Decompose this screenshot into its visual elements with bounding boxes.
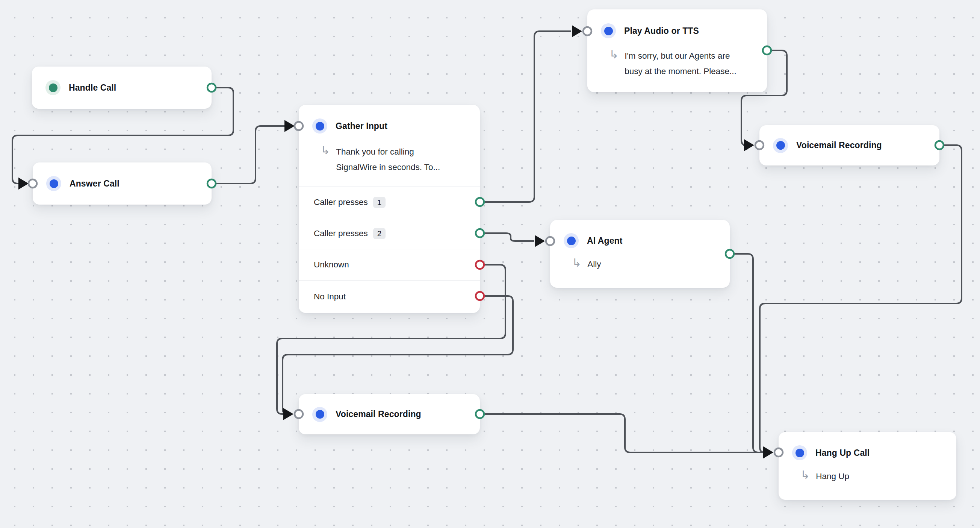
- node-title: Gather Input: [336, 121, 387, 131]
- branch-arrow-icon: ↳: [321, 145, 330, 156]
- hang-up-icon: [792, 445, 807, 460]
- node-title: Voicemail Recording: [796, 140, 882, 150]
- answer-call-icon: [46, 176, 61, 191]
- node-title: Hang Up Call: [815, 448, 870, 458]
- node-title: Play Audio or TTS: [624, 26, 699, 36]
- node-subtitle: Hang Up: [816, 469, 849, 484]
- edge-voicemailright-to-hangup: [760, 145, 962, 452]
- play-audio-icon: [601, 23, 616, 38]
- edge-press1-to-playaudio: [480, 31, 571, 202]
- node-answer-call[interactable]: Answer Call: [33, 163, 212, 204]
- output-row-caller-presses-2[interactable]: Caller presses 2: [299, 218, 480, 249]
- key-badge: 1: [373, 197, 385, 208]
- branch-arrow-icon: ↳: [609, 49, 619, 60]
- node-title: Answer Call: [70, 179, 119, 189]
- node-voicemail-recording-bottom[interactable]: Voicemail Recording: [299, 394, 480, 434]
- edge-answer-to-gather: [212, 126, 285, 183]
- node-subtitle: I'm sorry, but our Agents arebusy at the…: [625, 48, 737, 79]
- flow-canvas[interactable]: { "app": { "description": "Call flow bui…: [0, 0, 980, 528]
- voicemail-icon: [312, 407, 327, 422]
- node-title: AI Agent: [587, 236, 623, 246]
- node-hang-up-call[interactable]: Hang Up Call ↳ Hang Up: [779, 432, 956, 500]
- output-row-no-input[interactable]: No Input: [299, 280, 480, 313]
- node-subtitle: Thank you for callingSignalWire in secon…: [336, 144, 440, 175]
- node-title: Voicemail Recording: [336, 409, 421, 419]
- handle-call-icon: [46, 80, 60, 95]
- output-row-unknown[interactable]: Unknown: [299, 249, 480, 280]
- node-gather-input[interactable]: Gather Input ↳ Thank you for callingSign…: [299, 105, 480, 313]
- node-title: Handle Call: [69, 83, 116, 93]
- ai-agent-icon: [564, 233, 579, 248]
- edge-press2-to-aiagent: [480, 233, 534, 241]
- branch-arrow-icon: ↳: [800, 469, 810, 481]
- edge-aiagent-to-hangup: [730, 254, 762, 452]
- key-badge: 2: [373, 228, 385, 239]
- node-handle-call[interactable]: Handle Call: [32, 67, 212, 109]
- branch-arrow-icon: ↳: [572, 257, 581, 268]
- node-ai-agent[interactable]: AI Agent ↳ Ally: [550, 220, 730, 288]
- gather-input-icon: [312, 118, 327, 134]
- node-voicemail-recording-right[interactable]: Voicemail Recording: [759, 125, 939, 166]
- output-row-caller-presses-1[interactable]: Caller presses 1: [299, 187, 480, 218]
- voicemail-icon: [773, 138, 788, 153]
- edge-voicemail-to-hangup: [480, 414, 762, 452]
- node-subtitle: Ally: [587, 257, 601, 272]
- node-play-audio-tts[interactable]: Play Audio or TTS ↳ I'm sorry, but our A…: [587, 10, 767, 92]
